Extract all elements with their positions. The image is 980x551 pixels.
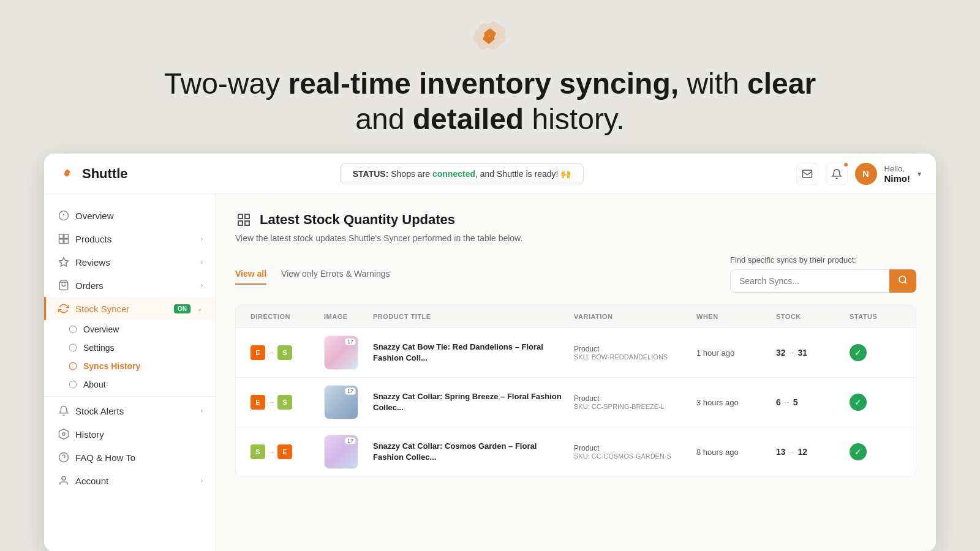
orders-chevron: › [200, 281, 203, 290]
sidebar: Overview Products › Reviews › [44, 194, 216, 551]
etsy-badge: E [277, 444, 292, 459]
col-when: WHEN [692, 305, 771, 328]
main-content: Latest Stock Quantity Updates View the l… [216, 194, 936, 551]
stock-alerts-chevron: › [200, 407, 203, 415]
svg-rect-3 [64, 234, 69, 239]
table-row[interactable]: E → S 17 Snazzy Cat Collar: Spring Breez… [236, 378, 916, 427]
stock-cell: 6 → 5 [771, 390, 845, 414]
sidebar-label-products: Products [75, 234, 194, 244]
product-image: 17 [324, 435, 358, 469]
shopify-badge: S [277, 395, 292, 410]
search-input[interactable] [730, 269, 889, 293]
app-header: Shuttle STATUS: Shops are connected, and… [44, 154, 936, 194]
sidebar-item-reviews[interactable]: Reviews › [44, 250, 215, 274]
direction-cell: E → S [246, 338, 319, 367]
sidebar-item-history[interactable]: History [44, 422, 215, 446]
status-cell: ✓ [845, 386, 906, 418]
table-header: DIRECTION IMAGE PRODUCT TITLE VARIATION … [236, 305, 916, 328]
orders-icon [58, 280, 69, 291]
svg-marker-6 [59, 258, 69, 266]
table-row[interactable]: S → E 17 Snazzy Cat Collar: Cosmos Garde… [236, 427, 916, 476]
table-icon [236, 212, 251, 227]
svg-point-11 [69, 381, 77, 388]
svg-point-10 [69, 362, 77, 370]
sidebar-sub-about[interactable]: About [69, 375, 215, 394]
sub-label-syncs-history: Syncs History [83, 361, 208, 371]
tab-view-all[interactable]: View all [235, 264, 266, 285]
col-status: STATUS [845, 305, 906, 328]
svg-rect-4 [59, 239, 64, 244]
svg-rect-15 [238, 214, 243, 219]
sidebar-sub-settings[interactable]: Settings [69, 339, 215, 357]
sub-label-about: About [83, 380, 208, 389]
sidebar-item-stock-alerts[interactable]: Stock Alerts › [44, 399, 215, 422]
email-icon-button[interactable] [796, 163, 818, 185]
page-title: Latest Stock Quantity Updates [260, 212, 455, 228]
status-cell: ✓ [845, 337, 906, 369]
search-button[interactable] [889, 269, 916, 293]
stock-syncer-chevron: ⌄ [197, 304, 203, 313]
direction-cell: S → E [246, 437, 319, 467]
products-chevron: › [200, 234, 203, 243]
app-logo: Shuttle [59, 165, 128, 182]
col-stock: STOCK [771, 305, 845, 328]
notifications-button[interactable] [826, 163, 848, 185]
user-menu-chevron[interactable]: ▾ [918, 170, 921, 178]
sidebar-item-stock-syncer[interactable]: Stock Syncer ON ⌄ [44, 297, 215, 320]
product-title-cell: Snazzy Cat Collar: Spring Breeze – Flora… [368, 384, 569, 421]
sidebar-label-faq: FAQ & How To [75, 452, 203, 463]
variation-cell: Product SKU: CC-COSMOS-GARDEN-S [569, 437, 692, 467]
status-cell: ✓ [845, 436, 906, 468]
stock-syncer-icon [58, 303, 69, 314]
stock-syncer-badge: ON [174, 304, 190, 313]
shopify-badge: S [277, 345, 292, 360]
variation-cell: Product SKU: CC-SPRING-BREEZE-L [569, 387, 692, 418]
sidebar-sub-syncs-history[interactable]: Syncs History [69, 357, 215, 375]
sidebar-divider-1 [44, 396, 215, 397]
status-ok-icon: ✓ [850, 394, 867, 411]
svg-point-14 [62, 476, 66, 480]
shuttle-logo-icon [59, 165, 76, 182]
product-title-cell: Snazzy Cat Bow Tie: Red Dandelions – Flo… [368, 334, 569, 371]
etsy-badge: E [251, 345, 265, 360]
reviews-chevron: › [200, 258, 203, 266]
sidebar-item-orders[interactable]: Orders › [44, 274, 215, 297]
app-body: Overview Products › Reviews › [44, 194, 936, 551]
direction-arrow: → [268, 448, 275, 456]
search-area: Find specific syncs by their product: [730, 255, 916, 293]
search-row [730, 269, 916, 293]
svg-rect-17 [238, 221, 243, 225]
search-label: Find specific syncs by their product: [730, 255, 916, 264]
section-header: Latest Stock Quantity Updates [235, 211, 916, 228]
table-row[interactable]: E → S 17 Snazzy Cat Bow Tie: Red Dandeli… [236, 328, 916, 378]
sidebar-item-overview[interactable]: Overview [44, 204, 215, 227]
sidebar-item-faq[interactable]: FAQ & How To [44, 446, 215, 469]
view-tabs: View all View only Errors & Warnings [235, 264, 405, 285]
image-cell: 17 [319, 378, 368, 427]
sidebar-item-account[interactable]: Account › [44, 469, 215, 492]
col-direction: DIRECTION [246, 305, 319, 328]
etsy-badge: E [251, 395, 265, 410]
notification-dot [843, 162, 849, 168]
sidebar-item-products[interactable]: Products › [44, 227, 215, 250]
sidebar-sub-overview[interactable]: Overview [69, 320, 215, 339]
shopify-badge: S [251, 444, 265, 459]
header-actions: N Hello, Nimo! ▾ [796, 163, 922, 185]
products-icon [58, 233, 69, 244]
sidebar-label-account: Account [75, 476, 194, 486]
status-ok-icon: ✓ [850, 344, 867, 361]
hero-tagline: Two-way real-time inventory syncing, wit… [0, 66, 980, 137]
status-ok-icon: ✓ [850, 443, 867, 460]
svg-point-12 [62, 433, 66, 436]
svg-rect-16 [245, 214, 249, 219]
reviews-icon [58, 257, 69, 268]
tab-errors-warnings[interactable]: View only Errors & Warnings [281, 264, 390, 285]
variation-cell: Product SKU: BOW-REDDANDELIONS [569, 337, 692, 368]
faq-icon [58, 452, 69, 463]
avatar: N [855, 163, 877, 185]
stock-syncer-submenu: Overview Settings Syncs History [44, 320, 215, 394]
sub-overview-icon [69, 325, 77, 334]
col-image: IMAGE [319, 305, 368, 328]
sub-settings-icon [69, 343, 77, 352]
bell-icon [831, 168, 842, 179]
